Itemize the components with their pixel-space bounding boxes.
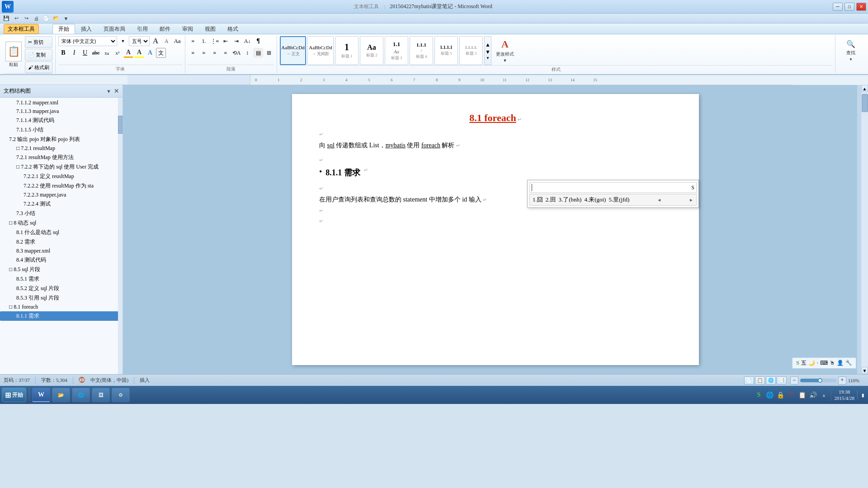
candidate-3[interactable]: 3.了(bnh) [559,196,582,204]
nav-scroll-thumb[interactable] [118,116,123,134]
more-styles-btn[interactable]: ▲ ▼ ▼ [484,36,491,65]
replace-btn[interactable]: 替换 [838,66,863,75]
style-heading3[interactable]: 1.1 Aa 标题 3 [385,36,408,65]
candidate-4[interactable]: 4.来(goi) [584,196,606,204]
tray-shield[interactable]: 🛡 [787,390,796,399]
bold-btn[interactable]: B [58,48,68,58]
style-heading2[interactable]: Aa 标题 2 [360,36,383,65]
taskbar-word-btn[interactable]: W [32,388,50,402]
view-full-btn[interactable]: 📋 [755,376,765,385]
spell-check-icon[interactable]: ⓵ [79,377,85,384]
qa-new[interactable]: 📄 [42,14,51,23]
nav-item[interactable]: 8.4 测试代码 [0,255,123,265]
doc-scroll-area[interactable]: 8.1 foreach ↵ ↵ 向 sql 传递数组或 List，mybatis… [123,85,868,374]
taskbar-browser-btn[interactable]: 🌐 [72,388,90,402]
nav-item[interactable]: 7.2.1 resultMap 使用方法 [0,153,123,162]
nav-item[interactable]: 7.2.2.2 使用 resultMap 作为 sta [0,181,123,191]
word-logo[interactable]: W [2,1,14,13]
view-web-btn[interactable]: 🌐 [766,376,776,385]
nav-item[interactable]: 8.2 需求 [0,237,123,247]
view-print-btn[interactable]: 📄 [744,376,754,385]
style-heading4[interactable]: 1.1.1 / 标题 4 [410,36,433,65]
tab-view[interactable]: 视图 [199,24,222,34]
zoom-in-btn[interactable]: + [838,376,846,385]
start-button[interactable]: ⊞ 开始 [2,388,26,402]
scroll-up-btn[interactable]: ▲ [862,85,868,92]
justify-btn[interactable]: ≡ [221,48,231,58]
font-size-select[interactable]: 五号 [129,36,150,46]
nav-item-selected[interactable]: 8.1.1 需求 [0,311,123,321]
candidate-2[interactable]: 2.田 [546,196,556,204]
nav-item[interactable]: 7.1.1.5 小结 [0,125,123,135]
ime-prev-btn[interactable]: ◄ [657,197,661,202]
tab-home[interactable]: 开始 [52,24,75,34]
sogou-settings-icon[interactable]: 🔧 [845,360,852,366]
tray-network[interactable]: 🌐 [765,390,774,399]
tab-mailings[interactable]: 邮件 [154,24,176,34]
shading-btn[interactable]: ▤ [253,48,263,58]
clear-format-btn[interactable]: Aa [172,36,182,46]
candidate-5[interactable]: 5.里(jfd) [609,196,629,204]
scroll-thumb[interactable] [862,94,868,112]
view-outline-btn[interactable]: 📑 [777,376,787,385]
italic-btn[interactable]: I [69,48,79,58]
nav-item[interactable]: 8.5.2 定义 sql 片段 [0,284,123,293]
zoom-out-btn[interactable]: − [790,376,798,385]
taskbar-folder-btn[interactable]: 📂 [52,388,70,402]
taskbar-image-btn[interactable]: 🖼 [92,388,110,402]
nav-item[interactable]: 7.2.2.3 mapper.java [0,191,123,199]
tray-up-arrow[interactable]: ▲ [819,390,828,399]
sogou-mouse-icon[interactable]: 🖱 [830,360,835,366]
style-heading1[interactable]: 1 标题 1 [335,36,359,65]
find-btn[interactable]: 🔍 查找 ▼ [838,36,863,65]
nav-item[interactable]: 8.5.3 引用 sql 片段 [0,293,123,303]
close-btn[interactable]: ✕ [856,3,866,11]
zoom-thumb[interactable] [818,378,822,383]
tab-textbox-tools[interactable]: 文本框工具 [4,24,39,34]
nav-item[interactable]: 7.2.2.1 定义 reusltMap [0,172,123,181]
show-para-btn[interactable]: ¶ [253,36,263,46]
zoom-bar[interactable] [800,379,836,382]
maximize-btn[interactable]: □ [844,3,854,11]
tab-format[interactable]: 格式 [222,24,244,34]
nav-item[interactable]: □ 7.2.1 resultMap [0,144,123,153]
style-heading5b[interactable]: 1.1.1.1. 标题 5 [459,36,483,65]
tab-pagelayout[interactable]: 页面布局 [98,24,131,34]
zoom-percent[interactable]: 110% [848,378,864,383]
scroll-down-btn[interactable]: ▼ [862,367,868,374]
sogou-moon-icon[interactable]: 🌙 [808,360,815,366]
tab-review[interactable]: 审阅 [176,24,199,34]
size-up-btn[interactable]: A [151,36,160,46]
nav-item[interactable]: 7.3 小结 [0,209,123,218]
align-center-btn[interactable]: ≡ [199,48,209,58]
qa-print[interactable]: 🖨 [32,14,41,23]
nav-item[interactable]: 7.2 输出 pojo 对象和 pojo 列表 [0,135,123,144]
decrease-indent-btn[interactable]: ⇤ [221,36,231,46]
text-dir-btn[interactable]: ⟲A [231,48,241,58]
nav-item[interactable]: 8.3 mapper.xml [0,247,123,255]
candidate-1[interactable]: 1.囧 [533,196,543,204]
subscript-btn[interactable]: x₂ [102,48,112,58]
font-color-A-btn[interactable]: A [123,48,133,58]
sogou-user-icon[interactable]: 👤 [837,360,844,366]
cut-button[interactable]: ✂ 剪切 [25,36,52,48]
style-no-spacing[interactable]: AaBbCcDd → 无间距 [307,36,334,65]
nav-scrollbar[interactable] [118,98,123,374]
sogou-wubi-btn[interactable]: 五 [801,359,807,367]
superscript-btn[interactable]: x² [113,48,123,58]
border-btn[interactable]: ⊞ [264,48,274,58]
qa-open[interactable]: 📂 [52,14,61,23]
strikethrough-btn[interactable]: abc [91,48,101,58]
sogou-s-icon[interactable]: S [796,360,799,366]
increase-indent-btn[interactable]: ⇥ [231,36,241,46]
change-styles-btn[interactable]: A 更改样式 ▼ [493,36,517,65]
taskbar-settings-btn[interactable]: ⚙ [112,388,130,402]
nav-item[interactable]: 7.1.1.4 测试代码 [0,116,123,125]
tray-security[interactable]: 🔒 [776,390,785,399]
nav-dropdown-btn[interactable]: ▼ [106,89,111,94]
nav-item[interactable]: □ 8 动态 sql [0,218,123,228]
nav-close-btn[interactable]: ✕ [114,88,119,95]
nav-item[interactable]: 8.5.1 需求 [0,274,123,284]
nav-item[interactable]: 8.1 什么是动态 sql [0,228,123,237]
style-normal[interactable]: AaBbCcDd → 正文 [280,36,306,65]
